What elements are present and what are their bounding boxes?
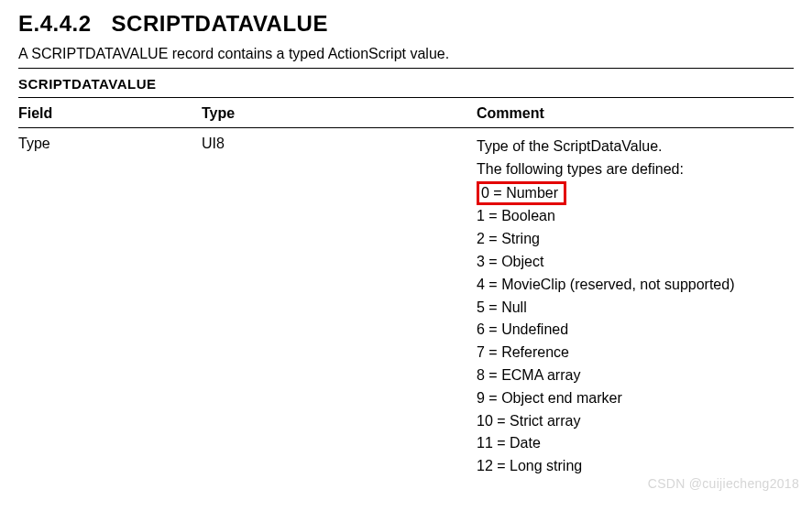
type-enum-item: 9 = Object end marker bbox=[477, 387, 794, 410]
type-enum-item: 12 = Long string bbox=[477, 455, 794, 478]
type-enum-item: 5 = Null bbox=[477, 297, 794, 320]
header-comment: Comment bbox=[477, 105, 794, 122]
intro-text: A SCRIPTDATAVALUE record contains a type… bbox=[18, 46, 794, 69]
section-number: E.4.4.2 bbox=[18, 11, 92, 36]
type-enum-item: 2 = String bbox=[477, 228, 794, 251]
header-field: Field bbox=[18, 105, 202, 122]
cell-comment: Type of the ScriptDataValue. The followi… bbox=[477, 136, 794, 478]
highlighted-enum: 0 = Number bbox=[477, 181, 566, 206]
type-enum-list: 0 = Number1 = Boolean2 = String3 = Objec… bbox=[477, 181, 794, 478]
type-enum-item: 10 = Strict array bbox=[477, 410, 794, 433]
type-enum-item: 6 = Undefined bbox=[477, 319, 794, 342]
type-enum-item: 7 = Reference bbox=[477, 342, 794, 364]
comment-intro-1: Type of the ScriptDataValue. bbox=[477, 136, 794, 158]
type-enum-item: 0 = Number bbox=[477, 181, 794, 206]
watermark: CSDN @cuijiecheng2018 bbox=[648, 476, 799, 491]
section-title: SCRIPTDATAVALUE bbox=[112, 11, 328, 36]
type-enum-item: 4 = MovieClip (reserved, not supported) bbox=[477, 274, 794, 297]
section-heading: E.4.4.2SCRIPTDATAVALUE bbox=[18, 11, 794, 37]
table-title: SCRIPTDATAVALUE bbox=[18, 71, 794, 98]
type-enum-item: 8 = ECMA array bbox=[477, 364, 794, 387]
comment-intro-2: The following types are defined: bbox=[477, 158, 794, 181]
type-enum-item: 11 = Date bbox=[477, 432, 794, 455]
type-enum-item: 1 = Boolean bbox=[477, 205, 794, 228]
header-type: Type bbox=[202, 105, 477, 122]
table-header-row: Field Type Comment bbox=[18, 98, 794, 128]
cell-type: UI8 bbox=[202, 136, 477, 478]
type-enum-item: 3 = Object bbox=[477, 251, 794, 274]
cell-field: Type bbox=[18, 136, 202, 478]
table-row: Type UI8 Type of the ScriptDataValue. Th… bbox=[18, 128, 794, 478]
